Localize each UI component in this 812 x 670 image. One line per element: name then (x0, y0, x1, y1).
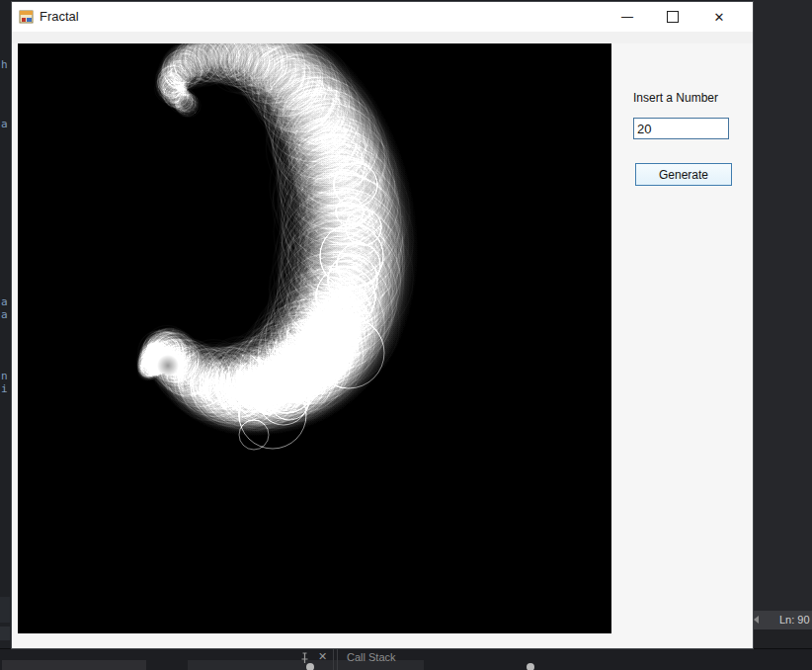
insert-number-label: Insert a Number (633, 91, 718, 105)
app-icon (19, 9, 35, 25)
window-title: Fractal (40, 9, 79, 24)
close-button[interactable]: ✕ (699, 2, 739, 32)
number-input[interactable] (633, 118, 729, 139)
panel-separator (333, 649, 334, 670)
breakpoint-dot-icon (527, 663, 534, 670)
maximize-button[interactable] (653, 2, 692, 32)
tab-call-stack[interactable]: Call Stack (347, 651, 396, 663)
ide-left-editor-strip: haaani (0, 0, 12, 670)
code-fragment: i (1, 383, 8, 395)
breakpoint-dot-icon (306, 663, 314, 670)
ide-bottom-block (2, 660, 146, 670)
code-fragment: a (1, 296, 8, 308)
collapse-arrow-icon (754, 616, 759, 624)
fractal-window: Fractal — ✕ Insert a Number Generate (12, 2, 753, 648)
code-fragment: n (1, 371, 8, 382)
code-fragment: a (1, 309, 8, 321)
maximize-icon (667, 11, 679, 23)
title-bar[interactable]: Fractal — ✕ (12, 2, 753, 32)
status-line-bar: Ln: 90 (753, 611, 812, 629)
panel-close-icon[interactable]: ✕ (318, 650, 327, 663)
ide-right-strip: Ln: 90 (753, 0, 812, 670)
line-number-status: Ln: 90 (779, 614, 810, 626)
code-fragment: a (1, 119, 8, 130)
generate-button[interactable]: Generate (635, 163, 732, 186)
fractal-picture-box (18, 43, 611, 633)
code-fragment: h (1, 59, 8, 71)
minimize-button[interactable]: — (608, 2, 647, 32)
ide-left-patch (0, 597, 10, 623)
ide-left-patch (0, 627, 10, 640)
panel-separator (337, 649, 338, 670)
titlebar-lower-strip (12, 32, 753, 43)
ide-bottom-panel: ✕ Call Stack (0, 648, 812, 670)
